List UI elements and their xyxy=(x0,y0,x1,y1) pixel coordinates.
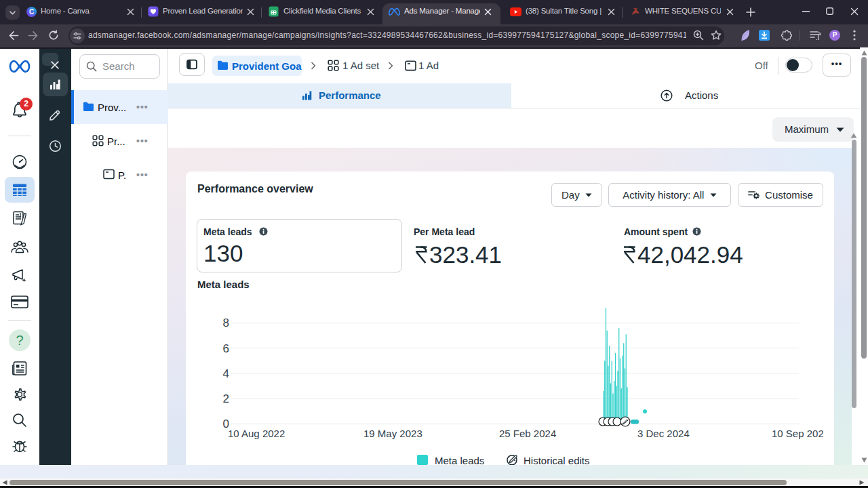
svg-text:C: C xyxy=(29,8,34,16)
